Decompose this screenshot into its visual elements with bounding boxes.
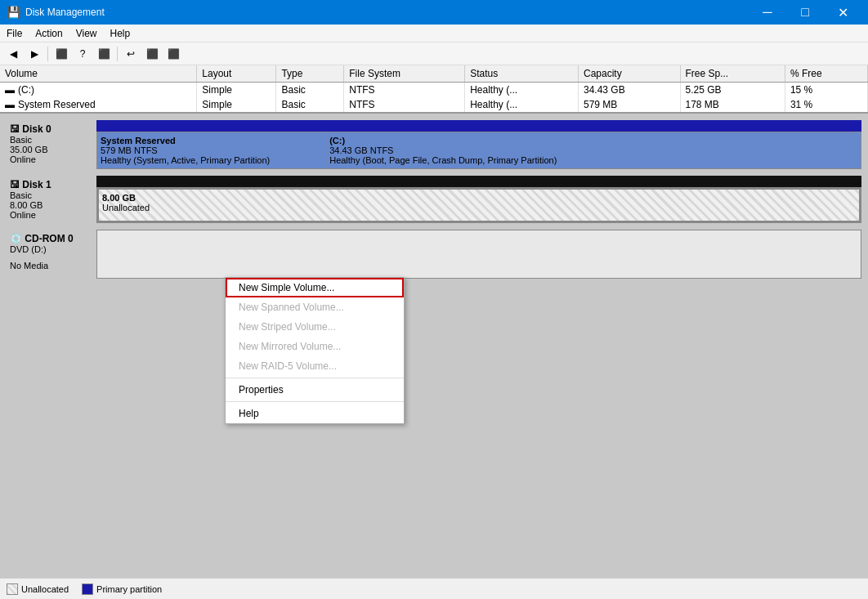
menu-bar: File Action View Help: [0, 25, 868, 42]
menu-view[interactable]: View: [69, 25, 104, 42]
disk1-size: 8.00 GB: [10, 200, 93, 210]
disk1-status: Online: [10, 210, 93, 220]
context-menu-new-striped[interactable]: New Striped Volume...: [226, 317, 404, 337]
table-row[interactable]: ▬(C:) Simple Basic NTFS Healthy (... 34.…: [0, 83, 868, 98]
toolbar-btn1[interactable]: ⬛: [51, 45, 71, 63]
row-status: Healthy (...: [465, 83, 579, 98]
menu-help[interactable]: Help: [104, 25, 137, 42]
toolbar-undo[interactable]: ↩: [121, 45, 141, 63]
partition-sublabel: Unallocated: [102, 203, 856, 212]
cdrom0-spacer: [10, 254, 93, 261]
disk0-label: 🖫 Disk 0 Basic 35.00 GB Online: [7, 120, 96, 169]
partition-label: System Reserved: [101, 136, 322, 145]
app-icon: 💾: [7, 6, 20, 19]
disk0-size: 35.00 GB: [10, 145, 93, 154]
volumes-table: Volume Layout Type File System Status Ca…: [0, 65, 868, 112]
menu-action[interactable]: Action: [29, 25, 69, 42]
disk1-label: 🖫 Disk 1 Basic 8.00 GB Online: [7, 176, 96, 223]
toolbar-btn4[interactable]: ⬛: [163, 45, 183, 63]
row-filesystem: NTFS: [344, 83, 465, 98]
row-status: Healthy (...: [465, 97, 579, 112]
cdrom0-label: 💿 CD-ROM 0 DVD (D:) No Media: [7, 230, 96, 279]
col-layout: Layout: [197, 65, 276, 83]
minimize-button[interactable]: ─: [749, 0, 786, 25]
partition-system-reserved[interactable]: System Reserved 579 MB NTFS Healthy (Sys…: [97, 132, 326, 168]
disk1-content: 8.00 GB Unallocated: [96, 176, 861, 223]
col-type: Type: [276, 65, 344, 83]
app-title: Disk Management: [25, 7, 744, 18]
col-volume: Volume: [0, 65, 197, 83]
close-button[interactable]: ✕: [824, 0, 861, 25]
disk1-name: 🖫 Disk 1: [10, 179, 93, 190]
row-type: Basic: [276, 97, 344, 112]
context-menu-help[interactable]: Help: [226, 404, 404, 423]
partition-c-drive[interactable]: (C:) 34.43 GB NTFS Healthy (Boot, Page F…: [326, 132, 861, 168]
context-menu: New Simple Volume... New Spanned Volume.…: [225, 277, 405, 424]
toolbar-help[interactable]: ?: [73, 45, 92, 63]
table-row[interactable]: ▬System Reserved Simple Basic NTFS Healt…: [0, 97, 868, 112]
row-volume: ▬(C:): [0, 83, 197, 98]
col-percentfree: % Free: [785, 65, 867, 83]
legend-primary: Primary partition: [82, 583, 162, 595]
legend-unallocated-label: Unallocated: [21, 584, 69, 594]
partition-status: Healthy (System, Active, Primary Partiti…: [101, 155, 322, 165]
window-controls: ─ □ ✕: [749, 0, 861, 25]
row-capacity: 579 MB: [579, 97, 681, 112]
disk0-content: System Reserved 579 MB NTFS Healthy (Sys…: [96, 120, 861, 169]
graphical-panel: 🖫 Disk 0 Basic 35.00 GB Online System Re…: [0, 114, 868, 578]
partition-size: 579 MB NTFS: [101, 145, 322, 155]
toolbar-forward[interactable]: ▶: [25, 45, 44, 63]
partition-label: (C:): [329, 136, 857, 145]
context-menu-new-simple[interactable]: New Simple Volume...: [226, 278, 404, 297]
disk1-bar: [96, 176, 861, 187]
row-percentfree: 15 %: [785, 83, 867, 98]
row-type: Basic: [276, 83, 344, 98]
disk1-type: Basic: [10, 190, 93, 200]
row-layout: Simple: [197, 97, 276, 112]
toolbar-btn2[interactable]: ⬛: [94, 45, 114, 63]
cdrom0-name: 💿 CD-ROM 0: [10, 233, 93, 244]
toolbar-back[interactable]: ◀: [3, 45, 23, 63]
cdrom0-type: DVD (D:): [10, 244, 93, 254]
context-menu-properties[interactable]: Properties: [226, 380, 404, 400]
toolbar: ◀ ▶ ⬛ ? ⬛ ↩ ⬛ ⬛: [0, 42, 868, 65]
row-capacity: 34.43 GB: [579, 83, 681, 98]
toolbar-btn3[interactable]: ⬛: [142, 45, 162, 63]
cdrom0-status: No Media: [10, 261, 93, 270]
disk0-name: 🖫 Disk 0: [10, 123, 93, 135]
row-percentfree: 31 %: [785, 97, 867, 112]
legend-unallocated: Unallocated: [7, 583, 69, 595]
volumes-table-panel: Volume Layout Type File System Status Ca…: [0, 65, 868, 114]
disk1-partitions: 8.00 GB Unallocated: [96, 187, 861, 223]
partition-size: 34.43 GB NTFS: [329, 145, 857, 155]
col-capacity: Capacity: [579, 65, 681, 83]
legend-primary-label: Primary partition: [96, 584, 162, 594]
partition-unallocated[interactable]: 8.00 GB Unallocated: [97, 188, 861, 222]
disk0-status: Online: [10, 154, 93, 164]
main-container: Volume Layout Type File System Status Ca…: [0, 65, 868, 578]
legend-primary-box: [82, 583, 93, 595]
col-freesp: Free Sp...: [680, 65, 785, 83]
partition-status: Healthy (Boot, Page File, Crash Dump, Pr…: [329, 155, 857, 165]
disk0-type: Basic: [10, 135, 93, 145]
disk0-partitions: System Reserved 579 MB NTFS Healthy (Sys…: [96, 132, 861, 169]
row-freesp: 5.25 GB: [680, 83, 785, 98]
maximize-button[interactable]: □: [786, 0, 824, 25]
disk0-row: 🖫 Disk 0 Basic 35.00 GB Online System Re…: [7, 120, 861, 169]
cdrom0-row: 💿 CD-ROM 0 DVD (D:) No Media: [7, 230, 861, 279]
context-menu-new-raid5[interactable]: New RAID-5 Volume...: [226, 356, 404, 376]
status-bar: Unallocated Primary partition: [0, 578, 868, 599]
disk1-row: 🖫 Disk 1 Basic 8.00 GB Online 8.00 GB Un…: [7, 176, 861, 223]
partition-size: 8.00 GB: [102, 193, 856, 203]
title-bar: 💾 Disk Management ─ □ ✕: [0, 0, 868, 25]
context-menu-new-mirrored[interactable]: New Mirrored Volume...: [226, 337, 404, 356]
legend-unallocated-box: [7, 583, 18, 595]
disk0-bar: [96, 120, 861, 132]
context-menu-sep1: [226, 378, 404, 378]
menu-file[interactable]: File: [0, 25, 29, 42]
col-filesystem: File System: [344, 65, 465, 83]
row-layout: Simple: [197, 83, 276, 98]
context-menu-new-spanned[interactable]: New Spanned Volume...: [226, 297, 404, 317]
row-volume: ▬System Reserved: [0, 97, 197, 112]
row-filesystem: NTFS: [344, 97, 465, 112]
